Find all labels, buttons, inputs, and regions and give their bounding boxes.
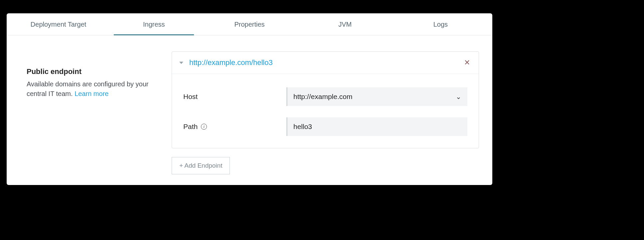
path-label: Path i — [183, 123, 286, 131]
ingress-content: Public endpoint Available domains are co… — [7, 35, 492, 174]
path-label-text: Path — [183, 123, 198, 131]
add-endpoint-button[interactable]: + Add Endpoint — [172, 157, 230, 174]
tab-properties[interactable]: Properties — [202, 13, 297, 35]
tab-bar: Deployment Target Ingress Properties JVM… — [7, 13, 492, 35]
info-icon[interactable]: i — [201, 124, 207, 130]
host-label: Host — [183, 93, 286, 101]
tab-ingress[interactable]: Ingress — [106, 13, 202, 35]
section-description: Public endpoint Available domains are co… — [27, 51, 166, 174]
host-value: http://example.com — [293, 93, 352, 101]
tab-deployment-target[interactable]: Deployment Target — [11, 13, 106, 35]
settings-panel: Deployment Target Ingress Properties JVM… — [7, 13, 492, 185]
tab-logs[interactable]: Logs — [393, 13, 488, 35]
path-row: Path i — [183, 117, 467, 136]
section-heading: Public endpoint — [27, 67, 166, 76]
host-row: Host http://example.com ⌄ — [183, 87, 467, 106]
endpoint-url[interactable]: http://example.com/hello3 — [189, 58, 463, 67]
endpoint-card-body: Host http://example.com ⌄ Path i — [172, 74, 479, 148]
path-input-wrapper[interactable] — [286, 117, 467, 136]
tab-jvm[interactable]: JVM — [297, 13, 393, 35]
endpoint-card-header[interactable]: http://example.com/hello3 ✕ — [172, 52, 479, 74]
section-text: Available domains are configured by your… — [27, 79, 166, 99]
learn-more-link[interactable]: Learn more — [75, 90, 108, 97]
caret-down-icon — [179, 62, 183, 64]
endpoint-config: http://example.com/hello3 ✕ Host http://… — [172, 51, 479, 174]
path-input[interactable] — [293, 123, 461, 131]
chevron-down-icon: ⌄ — [456, 93, 461, 101]
endpoint-card: http://example.com/hello3 ✕ Host http://… — [172, 51, 479, 148]
close-icon[interactable]: ✕ — [463, 58, 471, 68]
host-select[interactable]: http://example.com ⌄ — [286, 87, 467, 106]
